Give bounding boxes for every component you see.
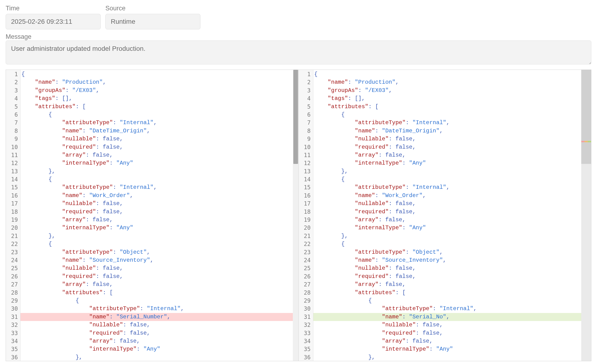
line-number: 18 bbox=[6, 208, 20, 216]
code-line: "nullable": false, bbox=[20, 321, 298, 329]
code-line: "groupAs": "/EX03", bbox=[313, 86, 591, 94]
line-number: 32 bbox=[299, 321, 313, 329]
message-textarea[interactable] bbox=[6, 40, 591, 64]
line-number: 20 bbox=[299, 224, 313, 232]
code-line: "name": "Work_Order", bbox=[20, 192, 298, 200]
overview-ruler[interactable] bbox=[581, 70, 591, 361]
line-number: 26 bbox=[299, 272, 313, 280]
code-line: "tags": [], bbox=[313, 94, 591, 102]
line-number: 1 bbox=[6, 70, 20, 78]
code-line: "array": false, bbox=[313, 216, 591, 224]
code-line: "groupAs": "/EX03", bbox=[20, 86, 298, 94]
code-line: "nullable": false, bbox=[20, 200, 298, 208]
line-number: 4 bbox=[6, 94, 20, 102]
left-gutter: 1234567891011121314151617181920212223242… bbox=[6, 70, 20, 361]
code-line: "array": false, bbox=[313, 151, 591, 159]
line-number: 10 bbox=[6, 143, 20, 151]
line-number: 18 bbox=[299, 208, 313, 216]
header-fields: Time Source bbox=[6, 5, 591, 29]
overview-viewport[interactable] bbox=[581, 70, 591, 164]
line-number: 28 bbox=[299, 289, 313, 297]
code-line: "required": false, bbox=[20, 329, 298, 337]
diff-right-pane[interactable]: 1234567891011121314151617181920212223242… bbox=[299, 70, 591, 361]
code-line: "required": false, bbox=[313, 208, 591, 216]
line-number: 7 bbox=[299, 119, 313, 127]
line-number: 19 bbox=[6, 216, 20, 224]
code-line: "attributes": [ bbox=[20, 289, 298, 297]
code-line: "attributeType": "Internal", bbox=[20, 119, 298, 127]
line-number: 29 bbox=[299, 297, 313, 305]
code-line: "required": false, bbox=[20, 272, 298, 280]
code-line: "name": "DateTime_Origin", bbox=[20, 127, 298, 135]
code-line: { bbox=[313, 175, 591, 183]
code-line: "array": false, bbox=[20, 280, 298, 288]
line-number: 25 bbox=[6, 264, 20, 272]
line-number: 33 bbox=[299, 329, 313, 337]
line-number: 3 bbox=[6, 86, 20, 94]
code-line: "internalType": "Any" bbox=[313, 159, 591, 167]
code-line: { bbox=[313, 297, 591, 305]
time-label: Time bbox=[6, 5, 101, 12]
diff-viewer: 1234567891011121314151617181920212223242… bbox=[6, 70, 591, 361]
code-line: "required": false, bbox=[313, 272, 591, 280]
code-line: { bbox=[20, 240, 298, 248]
right-code[interactable]: { "name": "Production", "groupAs": "/EX0… bbox=[313, 70, 591, 361]
time-input[interactable] bbox=[6, 14, 101, 29]
line-number: 2 bbox=[6, 78, 20, 86]
line-number: 35 bbox=[6, 345, 20, 353]
code-line: { bbox=[20, 297, 298, 305]
code-line: "required": false, bbox=[313, 329, 591, 337]
line-number: 15 bbox=[299, 183, 313, 191]
line-number: 24 bbox=[6, 256, 20, 264]
line-number: 34 bbox=[6, 337, 20, 345]
code-line: { bbox=[313, 240, 591, 248]
code-line: "name": "Source_Inventory", bbox=[20, 256, 298, 264]
line-number: 36 bbox=[299, 353, 313, 361]
line-number: 6 bbox=[299, 111, 313, 119]
line-number: 23 bbox=[299, 248, 313, 256]
left-scrollbar-thumb[interactable] bbox=[293, 70, 298, 164]
code-line: "nullable": false, bbox=[20, 135, 298, 143]
line-number: 23 bbox=[6, 248, 20, 256]
code-line: "required": false, bbox=[20, 143, 298, 151]
code-line: "internalType": "Any" bbox=[20, 224, 298, 232]
left-scrollbar[interactable] bbox=[293, 70, 298, 361]
line-number: 36 bbox=[6, 353, 20, 361]
code-line: "name": "Work_Order", bbox=[313, 192, 591, 200]
code-line: "array": false, bbox=[313, 280, 591, 288]
line-number: 16 bbox=[299, 192, 313, 200]
line-number: 16 bbox=[6, 192, 20, 200]
diff-left-pane[interactable]: 1234567891011121314151617181920212223242… bbox=[6, 70, 299, 361]
code-line: }, bbox=[20, 167, 298, 175]
line-number: 19 bbox=[299, 216, 313, 224]
right-gutter: 1234567891011121314151617181920212223242… bbox=[299, 70, 313, 361]
code-line: "attributeType": "Internal", bbox=[20, 305, 298, 313]
message-field-group: Message bbox=[6, 33, 591, 65]
code-line: "required": false, bbox=[20, 208, 298, 216]
line-number: 12 bbox=[299, 159, 313, 167]
code-line: "internalType": "Any" bbox=[20, 159, 298, 167]
line-number: 11 bbox=[6, 151, 20, 159]
code-line: { bbox=[313, 70, 591, 78]
line-number: 11 bbox=[299, 151, 313, 159]
code-line: "nullable": false, bbox=[313, 321, 591, 329]
line-number: 32 bbox=[6, 321, 20, 329]
line-number: 24 bbox=[299, 256, 313, 264]
code-line: "nullable": false, bbox=[313, 264, 591, 272]
line-number: 5 bbox=[6, 103, 20, 111]
code-line: "required": false, bbox=[313, 143, 591, 151]
code-line: "attributeType": "Object", bbox=[20, 248, 298, 256]
line-number: 21 bbox=[6, 232, 20, 240]
code-line: { bbox=[20, 70, 298, 78]
line-number: 7 bbox=[6, 119, 20, 127]
line-number: 12 bbox=[6, 159, 20, 167]
left-code[interactable]: { "name": "Production", "groupAs": "/EX0… bbox=[20, 70, 298, 361]
line-number: 27 bbox=[299, 280, 313, 288]
line-number: 1 bbox=[299, 70, 313, 78]
line-number: 31 bbox=[6, 313, 20, 321]
code-line: "array": false, bbox=[313, 337, 591, 345]
overview-diff-marker bbox=[581, 141, 591, 142]
source-input[interactable] bbox=[105, 14, 200, 29]
code-line: }, bbox=[313, 232, 591, 240]
code-line: "attributes": [ bbox=[313, 103, 591, 111]
